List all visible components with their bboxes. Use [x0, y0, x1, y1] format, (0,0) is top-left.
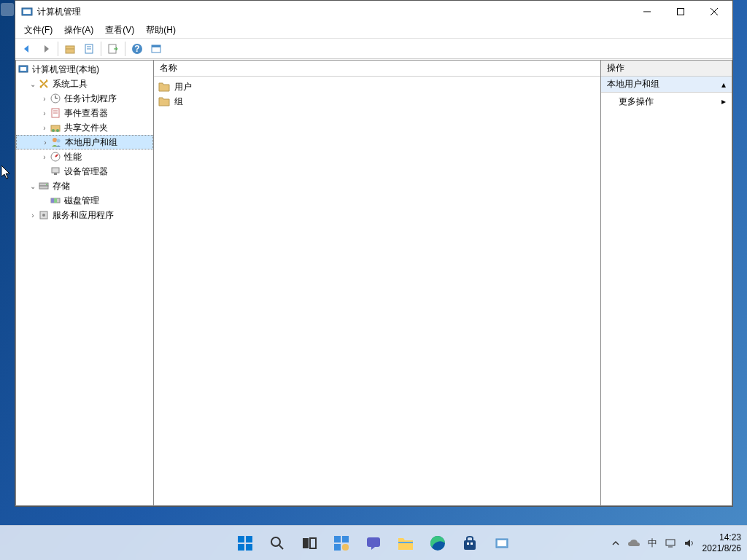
expander-icon[interactable]: › — [39, 153, 50, 161]
expander-icon[interactable]: ⌄ — [28, 80, 38, 88]
menu-file[interactable]: 文件(F) — [18, 23, 58, 38]
tree-performance[interactable]: › 性能 — [16, 149, 153, 164]
svg-rect-54 — [464, 540, 476, 550]
tree-label: 设备管理器 — [64, 166, 108, 178]
edge-button[interactable] — [423, 529, 452, 558]
up-button[interactable] — [61, 40, 79, 58]
back-button[interactable] — [18, 40, 36, 58]
svg-rect-47 — [334, 536, 341, 542]
toolbar-separator — [58, 42, 58, 56]
tree-shared-folders[interactable]: › 共享文件夹 — [16, 120, 153, 135]
tree-panel[interactable]: 计算机管理(本地) ⌄ 系统工具 › 任务计划程序 › 事件查看器 › 共享文件… — [15, 60, 154, 506]
expander-icon[interactable]: › — [40, 139, 50, 147]
toolbar-separator — [101, 42, 101, 56]
users-icon — [50, 136, 62, 148]
tree-label: 磁盘管理 — [64, 195, 99, 207]
computer-management-window: 计算机管理 文件(F) 操作(A) 查看(V) 帮助(H) ? 计算机管理(本地… — [15, 0, 733, 507]
svg-rect-16 — [20, 67, 26, 71]
tree-task-scheduler[interactable]: › 任务计划程序 — [16, 91, 153, 106]
svg-point-33 — [46, 184, 47, 185]
app-icon — [21, 6, 33, 18]
tree-root[interactable]: 计算机管理(本地) — [16, 62, 153, 77]
actions-panel: 操作 本地用户和组 ▴ 更多操作 ▸ — [601, 60, 732, 506]
computer-icon — [18, 63, 29, 75]
forward-button[interactable] — [37, 40, 55, 58]
taskbar: 中 14:23 2021/8/26 — [0, 525, 747, 560]
share-icon — [50, 122, 61, 133]
desktop-icon[interactable] — [1, 3, 14, 16]
actions-section-label: 本地用户和组 — [607, 78, 659, 90]
disk-icon — [50, 195, 61, 206]
onedrive-icon[interactable] — [627, 539, 640, 548]
storage-icon — [38, 180, 50, 192]
list-item-users[interactable]: 用户 — [154, 79, 600, 94]
svg-rect-14 — [152, 45, 160, 47]
svg-rect-29 — [52, 168, 59, 173]
close-button[interactable] — [697, 1, 731, 23]
export-button[interactable] — [104, 40, 122, 58]
network-icon[interactable] — [665, 538, 676, 548]
actions-more[interactable]: 更多操作 ▸ — [601, 93, 732, 110]
device-icon — [50, 166, 61, 177]
volume-icon[interactable] — [684, 538, 695, 548]
tree-local-users-groups[interactable]: › 本地用户和组 — [16, 135, 153, 149]
menubar: 文件(F) 操作(A) 查看(V) 帮助(H) — [15, 23, 732, 39]
maximize-button[interactable] — [664, 1, 697, 23]
svg-rect-3 — [678, 9, 684, 15]
svg-rect-36 — [54, 198, 57, 203]
explorer-button[interactable] — [391, 529, 420, 558]
svg-rect-30 — [54, 173, 57, 175]
expander-icon[interactable]: › — [28, 211, 38, 219]
menu-action[interactable]: 操作(A) — [58, 23, 99, 38]
tree-services-apps[interactable]: › 服务和应用程序 — [16, 208, 153, 222]
tree-label: 本地用户和组 — [65, 136, 117, 149]
svg-point-43 — [271, 537, 280, 546]
task-view-button[interactable] — [295, 529, 324, 558]
help-button[interactable]: ? — [128, 40, 146, 58]
tools-icon — [38, 78, 50, 90]
show-hide-button[interactable] — [147, 40, 165, 58]
toolbar: ? — [15, 39, 732, 59]
tree-storage[interactable]: ⌄ 存储 — [16, 179, 153, 193]
tree-label: 性能 — [64, 151, 82, 163]
tree-label: 事件查看器 — [64, 107, 108, 120]
minimize-button[interactable] — [630, 1, 664, 23]
search-button[interactable] — [263, 529, 292, 558]
menu-help[interactable]: 帮助(H) — [140, 23, 182, 38]
svg-rect-39 — [238, 536, 244, 542]
list-item-groups[interactable]: 组 — [154, 94, 600, 109]
tree-event-viewer[interactable]: › 事件查看器 — [16, 106, 153, 120]
tree-disk-management[interactable]: › 磁盘管理 — [16, 193, 153, 208]
start-button[interactable] — [231, 529, 260, 558]
tray-chevron-icon[interactable] — [611, 539, 620, 548]
chat-button[interactable] — [359, 529, 388, 558]
svg-point-27 — [57, 139, 61, 143]
tree-system-tools[interactable]: ⌄ 系统工具 — [16, 77, 153, 91]
expander-icon[interactable]: › — [39, 95, 50, 103]
tree-label: 系统工具 — [53, 78, 88, 90]
svg-rect-51 — [367, 537, 380, 547]
expander-icon[interactable]: ⌄ — [28, 182, 38, 190]
folder-icon — [158, 96, 170, 106]
taskbar-clock[interactable]: 14:23 2021/8/26 — [703, 532, 741, 553]
actions-section[interactable]: 本地用户和组 ▴ — [601, 77, 732, 93]
list-header-name[interactable]: 名称 — [154, 61, 600, 77]
store-button[interactable] — [455, 529, 484, 558]
widgets-button[interactable] — [327, 529, 356, 558]
clock-date: 2021/8/26 — [703, 543, 741, 553]
tree-device-manager[interactable]: › 设备管理器 — [16, 164, 153, 179]
menu-view[interactable]: 查看(V) — [99, 23, 140, 38]
tree-root-label: 计算机管理(本地) — [32, 63, 99, 76]
expander-icon[interactable]: › — [39, 109, 50, 117]
app-button[interactable] — [487, 529, 516, 558]
svg-rect-46 — [310, 538, 316, 548]
toolbar-separator — [125, 42, 125, 56]
properties-button[interactable] — [80, 40, 98, 58]
svg-line-44 — [279, 545, 283, 549]
list-item-label: 用户 — [174, 81, 192, 93]
svg-rect-59 — [666, 540, 675, 545]
list-body[interactable]: 用户 组 — [154, 77, 600, 505]
event-icon — [50, 107, 61, 119]
ime-indicator[interactable]: 中 — [648, 537, 657, 550]
expander-icon[interactable]: › — [39, 124, 50, 132]
